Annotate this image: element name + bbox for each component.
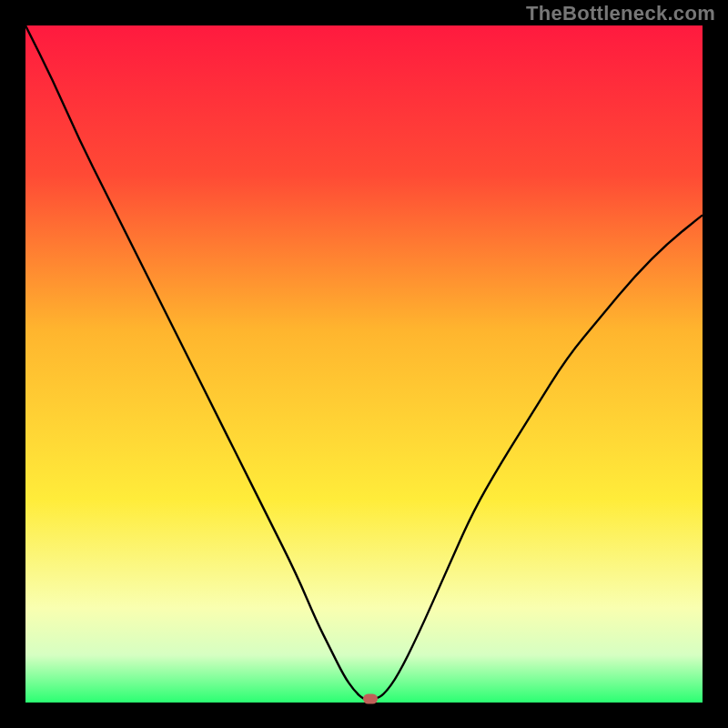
plot-area [25, 25, 703, 703]
watermark-text: TheBottleneck.com [526, 2, 715, 25]
plot-svg [25, 25, 703, 703]
optimum-marker-icon [363, 693, 378, 703]
gradient-background [25, 25, 703, 703]
chart-frame: TheBottleneck.com [0, 0, 728, 728]
